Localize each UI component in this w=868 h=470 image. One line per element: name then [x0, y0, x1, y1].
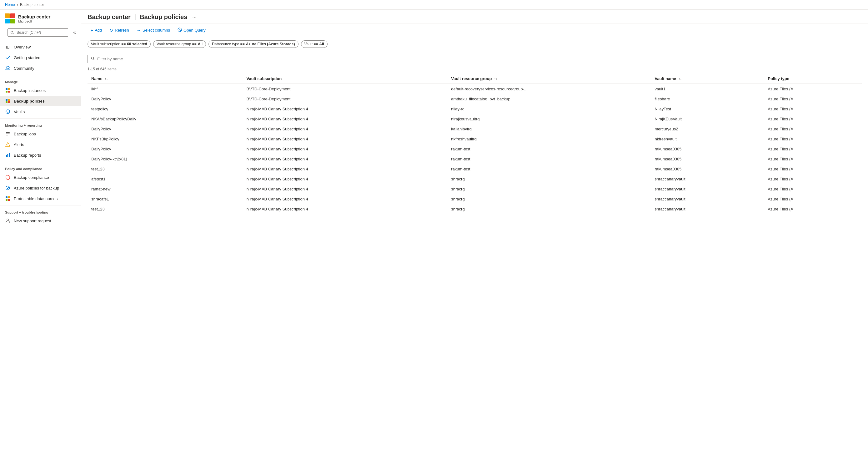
cell-vault-subscription: BVTD-Core-Deployment	[243, 84, 447, 94]
open-query-label: Open Query	[184, 28, 206, 32]
sidebar-item-protectable-datasources[interactable]: Protectable datasources	[0, 193, 81, 204]
cell-policy-type: Azure Files (A	[764, 84, 862, 94]
main-content: Backup center | Backup policies ··· + Ad…	[81, 10, 868, 470]
items-count: 1-15 of 645 items	[88, 66, 862, 74]
cell-vault-resource-group: rakum-test	[447, 154, 651, 164]
sidebar-subtitle: Microsoft	[18, 20, 50, 23]
sidebar-item-getting-started[interactable]: Getting started	[0, 52, 81, 63]
backup-reports-icon	[5, 152, 11, 158]
cell-vault-name: vault1	[651, 84, 764, 94]
sidebar-item-community[interactable]: Community	[0, 63, 81, 74]
alerts-icon: !	[5, 142, 11, 147]
filter-vault-resource-group[interactable]: Vault resource group == All	[153, 40, 206, 48]
svg-rect-8	[8, 101, 10, 103]
table-row[interactable]: lkhf BVTD-Core-Deployment default-recove…	[88, 84, 862, 94]
sidebar-item-backup-jobs[interactable]: Backup jobs	[0, 128, 81, 139]
table-row[interactable]: testpolicy Nirajk-MAB Canary Subscriptio…	[88, 104, 862, 114]
filter-vault-subscription[interactable]: Vault subscription == 60 selected	[88, 40, 151, 48]
sort-name-icon[interactable]: ↑↓	[105, 77, 108, 81]
svg-rect-20	[6, 199, 7, 201]
page-title: Backup policies	[140, 13, 187, 21]
select-columns-label: Select columns	[143, 28, 170, 32]
cell-vault-resource-group: amthaku_filecatalog_bvt_backup	[447, 94, 651, 104]
filter-input-container	[88, 55, 181, 63]
sidebar-item-label: Backup policies	[14, 99, 45, 104]
sidebar-item-backup-reports[interactable]: Backup reports	[0, 150, 81, 160]
filter-by-name-input[interactable]	[97, 57, 178, 61]
breadcrumb-home[interactable]: Home	[5, 2, 15, 7]
sidebar-item-label: Community	[14, 66, 34, 71]
add-icon: +	[91, 28, 93, 33]
cell-name: shracafs1	[88, 194, 243, 204]
sidebar-item-new-support-request[interactable]: New support request	[0, 215, 81, 226]
cell-vault-subscription: Nirajk-MAB Canary Subscription 4	[243, 194, 447, 204]
svg-rect-2	[8, 88, 10, 90]
policies-table: Name ↑↓ Vault subscription Vault resourc…	[88, 74, 862, 214]
cell-vault-subscription: Nirajk-MAB Canary Subscription 4	[243, 144, 447, 154]
section-label-policy: Policy and compliance	[0, 163, 81, 172]
cell-policy-type: Azure Files (A	[764, 164, 862, 174]
select-columns-button[interactable]: → Select columns	[133, 26, 173, 34]
table-row[interactable]: DailyPolicy-ktr2x81j Nirajk-MAB Canary S…	[88, 154, 862, 164]
table-row[interactable]: DailyPolicy BVTD-Core-Deployment amthaku…	[88, 94, 862, 104]
filter-row	[88, 51, 862, 66]
add-label: Add	[95, 28, 102, 32]
cell-policy-type: Azure Files (A	[764, 204, 862, 214]
sidebar-app-title: Backup center	[18, 14, 50, 20]
cell-name: DailyPolicy	[88, 144, 243, 154]
cell-name: test123	[88, 164, 243, 174]
filter-vault[interactable]: Vault == All	[301, 40, 328, 48]
table-row[interactable]: DailyPolicy Nirajk-MAB Canary Subscripti…	[88, 124, 862, 134]
table-row[interactable]: NKFsBkpPolicy Nirajk-MAB Canary Subscrip…	[88, 134, 862, 144]
sidebar-item-backup-policies[interactable]: Backup policies	[0, 96, 81, 106]
filter-value: All	[319, 42, 324, 46]
table-row[interactable]: DailyPolicy Nirajk-MAB Canary Subscripti…	[88, 144, 862, 154]
cell-name: ramat-new	[88, 184, 243, 194]
table-row[interactable]: ramat-new Nirajk-MAB Canary Subscription…	[88, 184, 862, 194]
add-button[interactable]: + Add	[88, 26, 105, 34]
table-row[interactable]: test123 Nirajk-MAB Canary Subscription 4…	[88, 204, 862, 214]
sidebar-item-alerts[interactable]: ! Alerts	[0, 139, 81, 150]
table-row[interactable]: afstest1 Nirajk-MAB Canary Subscription …	[88, 174, 862, 184]
table-row[interactable]: shracafs1 Nirajk-MAB Canary Subscription…	[88, 194, 862, 204]
sidebar-item-backup-compliance[interactable]: Backup compliance	[0, 172, 81, 183]
sidebar-item-azure-policies[interactable]: Azure policies for backup	[0, 183, 81, 193]
cell-vault-name: shraccanaryvault	[651, 174, 764, 184]
cell-vault-subscription: Nirajk-MAB Canary Subscription 4	[243, 124, 447, 134]
sidebar-header: Backup center Microsoft	[0, 10, 81, 26]
filter-tags: Vault subscription == 60 selected Vault …	[81, 37, 868, 51]
sort-vn-icon[interactable]: ↑↓	[679, 77, 682, 81]
more-options-icon[interactable]: ···	[192, 14, 196, 20]
svg-rect-4	[8, 91, 10, 93]
cell-vault-subscription: Nirajk-MAB Canary Subscription 4	[243, 134, 447, 144]
sidebar-item-label: Backup instances	[14, 88, 45, 93]
col-header-name: Name ↑↓	[88, 74, 243, 84]
cell-name: NKFsBkpPolicy	[88, 134, 243, 144]
search-input[interactable]	[7, 28, 68, 37]
section-label-manage: Manage	[0, 76, 81, 85]
col-header-policy-type: Policy type	[764, 74, 862, 84]
table-row[interactable]: test123 Nirajk-MAB Canary Subscription 4…	[88, 164, 862, 174]
select-columns-icon: →	[136, 28, 141, 33]
title-separator: |	[134, 13, 136, 21]
cell-vault-resource-group: kailanibvtrg	[447, 124, 651, 134]
svg-point-22	[7, 219, 9, 221]
cell-vault-resource-group: nilay-rg	[447, 104, 651, 114]
sidebar-item-backup-instances[interactable]: Backup instances	[0, 85, 81, 96]
sidebar-item-vaults[interactable]: Vaults	[0, 106, 81, 117]
sidebar-item-label: Alerts	[14, 142, 24, 147]
cell-vault-resource-group: nkfreshvaultrg	[447, 134, 651, 144]
sort-vrg-icon[interactable]: ↑↓	[494, 77, 497, 81]
sidebar-item-overview[interactable]: ⊞ Overview	[0, 41, 81, 52]
sidebar-collapse-button[interactable]: «	[72, 28, 77, 37]
open-query-button[interactable]: Open Query	[175, 26, 209, 34]
refresh-button[interactable]: ↻ Refresh	[106, 26, 132, 34]
cell-name: DailyPolicy	[88, 124, 243, 134]
sidebar: Backup center Microsoft « ⊞ Overview Get…	[0, 10, 81, 470]
table-row[interactable]: NKAfsBackupPolicyDaily Nirajk-MAB Canary…	[88, 114, 862, 124]
svg-rect-10	[6, 132, 10, 133]
sidebar-item-label: Azure policies for backup	[14, 186, 59, 190]
backup-compliance-icon	[5, 175, 11, 180]
filter-datasource-type[interactable]: Datasource type == Azure Files (Azure St…	[209, 40, 298, 48]
cell-vault-resource-group: shracrg	[447, 204, 651, 214]
